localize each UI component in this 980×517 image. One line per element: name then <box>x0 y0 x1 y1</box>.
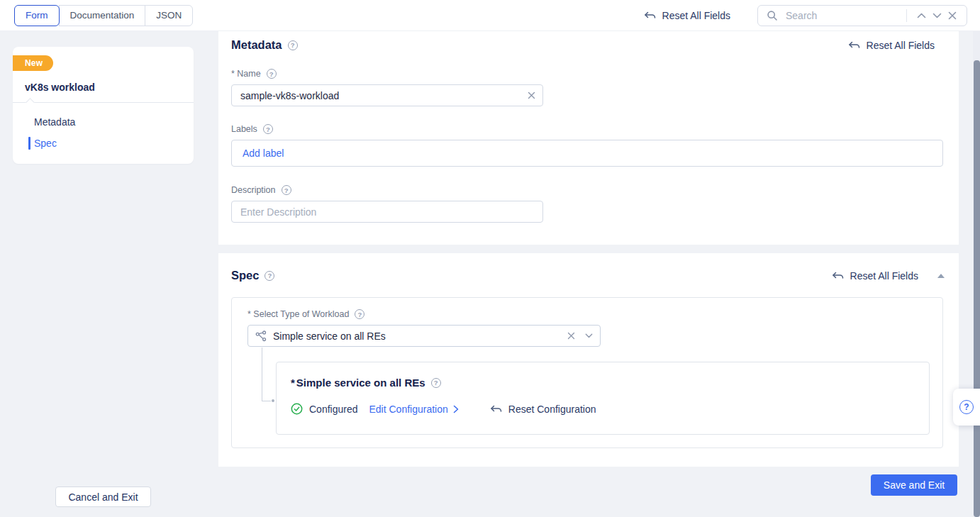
tree-connector-dot <box>272 399 274 402</box>
labels-box: Add label <box>231 140 943 167</box>
edit-configuration-label: Edit Configuration <box>369 404 448 415</box>
simple-service-title-row: * Simple service on all REs <box>291 377 929 389</box>
vertical-scrollbar-track[interactable] <box>973 31 980 517</box>
save-and-exit-button[interactable]: Save and Exit <box>871 474 957 496</box>
spec-section-title: Spec <box>231 269 259 282</box>
workload-type-value: Simple service on all REs <box>273 330 567 342</box>
undo-icon <box>848 40 860 50</box>
tab-json[interactable]: JSON <box>145 5 193 26</box>
sidebar-divider <box>13 102 194 103</box>
undo-icon <box>832 270 844 281</box>
edit-configuration-link[interactable]: Edit Configuration <box>369 404 459 415</box>
simple-service-config-box: * Simple service on all REs Configured E… <box>276 362 930 435</box>
tree-connector-vertical <box>262 348 262 401</box>
tab-documentation[interactable]: Documentation <box>59 5 146 26</box>
help-floating-button[interactable] <box>953 389 980 426</box>
workload-type-clear-icon[interactable] <box>567 332 575 340</box>
workload-type-label-text: * Select Type of Workload <box>247 309 349 319</box>
undo-icon <box>490 404 502 414</box>
spec-collapse-icon[interactable] <box>937 274 945 278</box>
search-prev-icon[interactable] <box>913 8 929 23</box>
workload-type-label: * Select Type of Workload <box>247 309 942 319</box>
name-input-wrap <box>231 84 543 106</box>
sidebar-item-metadata[interactable]: Metadata <box>13 111 194 133</box>
sidebar-item-spec[interactable]: Spec <box>13 133 194 154</box>
simple-service-info-icon[interactable] <box>431 378 441 388</box>
metadata-reset-all-fields-button[interactable]: Reset All Fields <box>848 40 935 51</box>
description-input[interactable] <box>231 201 543 223</box>
workload-title: vK8s workload <box>25 82 182 93</box>
cancel-and-exit-button[interactable]: Cancel and Exit <box>55 487 151 507</box>
name-clear-icon[interactable] <box>525 89 538 101</box>
name-input[interactable] <box>231 84 543 106</box>
collapse-notch-icon <box>26 98 35 107</box>
description-info-icon[interactable] <box>282 185 291 195</box>
spec-section-header: Spec Reset All Fields <box>218 253 959 282</box>
spec-section: Spec Reset All Fields * Select Type of W… <box>218 253 959 467</box>
name-field-label: * Name <box>231 69 959 79</box>
reset-all-fields-top-button[interactable]: Reset All Fields <box>644 10 730 21</box>
spec-inner-box: * Select Type of Workload Simple service… <box>231 297 943 448</box>
search-next-icon[interactable] <box>929 8 945 23</box>
undo-icon <box>644 10 656 21</box>
description-field-label: Description <box>231 185 959 195</box>
description-label-text: Description <box>231 185 276 195</box>
simple-service-title: Simple service on all REs <box>296 377 425 389</box>
metadata-section-title: Metadata <box>231 38 282 52</box>
search-close-icon[interactable] <box>945 8 960 23</box>
labels-info-icon[interactable] <box>263 124 273 134</box>
view-tab-group: Form Documentation JSON <box>14 5 193 26</box>
tree-connector-horizontal <box>262 401 271 401</box>
labels-field-label: Labels <box>231 124 959 134</box>
chevron-right-icon <box>453 405 459 413</box>
new-badge: New <box>13 55 53 71</box>
workload-type-select[interactable]: Simple service on all REs <box>247 325 601 347</box>
configured-status-row: Configured Edit Configuration Reset Conf… <box>291 403 929 415</box>
search-box <box>757 5 967 26</box>
sidebar-items: Metadata Spec <box>13 111 194 154</box>
search-input[interactable] <box>786 10 903 21</box>
workload-type-chevron-down-icon[interactable] <box>585 333 593 338</box>
tab-form[interactable]: Form <box>14 5 60 26</box>
metadata-section: Metadata Reset All Fields * Name Labels … <box>218 31 959 245</box>
spec-info-icon[interactable] <box>265 271 274 281</box>
description-input-wrap <box>231 201 543 223</box>
spec-reset-all-fields-button[interactable]: Reset All Fields <box>832 270 918 282</box>
vertical-scrollbar-thumb[interactable] <box>974 60 980 517</box>
form-nav-sidebar: New vK8s workload Metadata Spec <box>13 47 194 164</box>
workload-type-info-icon[interactable] <box>355 309 364 319</box>
metadata-info-icon[interactable] <box>288 40 298 50</box>
help-icon <box>959 400 974 414</box>
configured-status-label: Configured <box>309 404 358 415</box>
check-circle-icon <box>291 403 303 415</box>
reset-all-fields-top-label: Reset All Fields <box>662 10 730 21</box>
reset-configuration-label: Reset Configuration <box>508 404 596 415</box>
reset-configuration-button[interactable]: Reset Configuration <box>490 404 596 415</box>
add-label-button[interactable]: Add label <box>243 148 284 159</box>
name-label-text: * Name <box>231 69 261 79</box>
name-info-icon[interactable] <box>267 69 277 79</box>
top-bar-right: Reset All Fields <box>644 5 967 26</box>
metadata-reset-label: Reset All Fields <box>867 40 935 51</box>
required-mark: * <box>291 377 295 389</box>
search-icon <box>764 8 780 23</box>
spec-reset-label: Reset All Fields <box>850 270 918 282</box>
search-divider <box>906 9 907 22</box>
labels-label-text: Labels <box>231 124 257 134</box>
top-bar: Form Documentation JSON Reset All Fields <box>0 0 980 31</box>
metadata-section-header: Metadata Reset All Fields <box>218 31 959 52</box>
workflow-icon <box>255 330 267 342</box>
